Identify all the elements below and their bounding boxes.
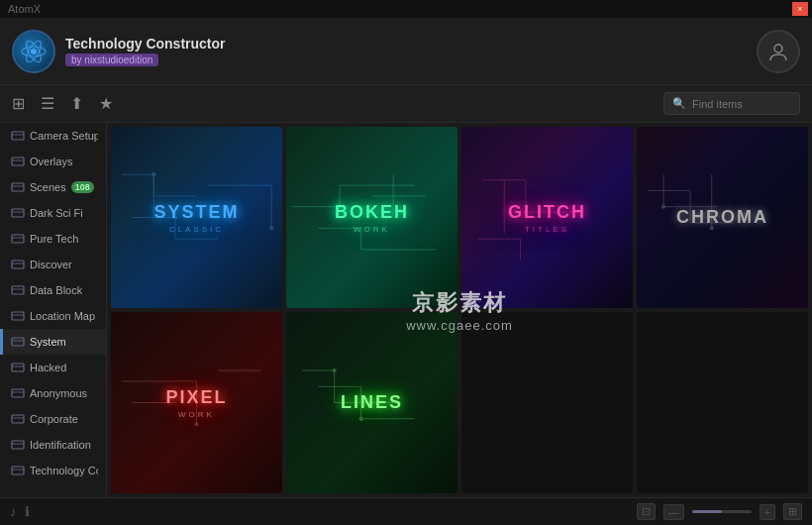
sidebar-item-overlays[interactable]: Overlays [0, 149, 106, 174]
filter-icon[interactable]: ⊞ [12, 94, 25, 113]
sidebar-icon-dark-sci-fi [11, 206, 25, 220]
sidebar-item-identification[interactable]: Identification [0, 432, 106, 458]
atom-icon [20, 38, 48, 65]
card-pixel[interactable]: PIXELWORK [111, 312, 282, 493]
info-icon[interactable]: ℹ [25, 504, 30, 519]
sidebar-label-technology-core: Technology Core [30, 465, 98, 476]
grid-icon[interactable]: ☰ [41, 94, 54, 113]
sidebar-icon-location-map [11, 309, 25, 323]
svg-point-50 [194, 422, 198, 426]
svg-point-53 [359, 417, 363, 421]
sidebar-item-system[interactable]: System [0, 329, 106, 355]
star-icon[interactable]: ★ [99, 94, 113, 113]
sidebar-label-camera-setup: Camera Setup [30, 130, 98, 142]
svg-point-38 [269, 226, 273, 230]
sidebar-label-corporate: Corporate [30, 413, 78, 425]
content-area: SYSTEMCLASSIC BOKEHWORK GLITCHTITLES CHR… [107, 123, 812, 497]
grid-toggle-button[interactable]: ⊞ [783, 503, 802, 520]
sidebar-label-anonymous: Anonymous [30, 387, 87, 399]
sidebar-icon-anonymous [11, 386, 25, 400]
sidebar-item-corporate[interactable]: Corporate [0, 406, 106, 432]
circuit-overlay [286, 312, 457, 493]
close-button[interactable]: × [792, 2, 808, 16]
svg-point-46 [710, 226, 714, 230]
circuit-overlay [111, 312, 282, 493]
statusbar: ♪ ℹ ⊡ — + ⊞ [0, 497, 812, 525]
sidebar-label-identification: Identification [30, 439, 91, 451]
sidebar-label-system: System [30, 336, 66, 348]
sidebar-icon-scenes [11, 180, 25, 194]
circuit-overlay [286, 127, 457, 308]
sidebar-icon-camera-setup [11, 129, 25, 143]
app-info: Technology Constructor by nixstudioediti… [65, 36, 757, 66]
sidebar-label-pure-tech: Pure Tech [30, 233, 78, 245]
app-title: Technology Constructor [65, 36, 757, 52]
search-box: 🔍 [663, 92, 800, 115]
svg-rect-15 [12, 261, 24, 268]
svg-rect-13 [12, 235, 24, 243]
sidebar-item-location-map[interactable]: Location Map [0, 303, 106, 329]
svg-rect-9 [12, 183, 24, 191]
scenes-row: Scenes108 [30, 181, 94, 193]
svg-rect-31 [12, 467, 24, 474]
account-button[interactable] [757, 30, 800, 73]
search-input[interactable] [692, 98, 791, 110]
zoom-slider[interactable] [692, 510, 752, 513]
sidebar: Camera SetupOverlaysScenes108Dark Sci Fi… [0, 123, 107, 497]
svg-rect-29 [12, 441, 24, 449]
svg-rect-7 [12, 158, 24, 165]
toolbar: ⊞ ☰ ⬆ ★ 🔍 [0, 85, 812, 123]
svg-rect-19 [12, 312, 24, 320]
svg-rect-21 [12, 338, 24, 346]
svg-point-0 [31, 49, 37, 54]
sidebar-label-hacked: Hacked [30, 362, 66, 373]
sidebar-item-pure-tech[interactable]: Pure Tech [0, 226, 106, 252]
sidebar-icon-pure-tech [11, 232, 25, 246]
sidebar-icon-corporate [11, 412, 25, 426]
circuit-overlay [111, 127, 282, 308]
card-empty-0 [461, 312, 633, 493]
sidebar-icon-discover [11, 258, 25, 271]
card-glitch[interactable]: GLITCHTITLES [461, 127, 633, 308]
sidebar-item-camera-setup[interactable]: Camera Setup [0, 123, 106, 149]
app-subtitle: by nixstudioedition [65, 53, 158, 66]
card-lines[interactable]: LINES [286, 312, 457, 493]
card-bokeh[interactable]: BOKEHWORK [286, 127, 457, 308]
svg-rect-25 [12, 389, 24, 397]
svg-rect-17 [12, 286, 24, 294]
sidebar-icon-hacked [11, 361, 25, 374]
scenes-badge: 108 [71, 181, 94, 193]
svg-rect-11 [12, 209, 24, 217]
card-chroma[interactable]: CHROMA [637, 127, 808, 308]
zoom-out-button[interactable]: — [663, 504, 684, 520]
sidebar-label-overlays: Overlays [30, 156, 72, 167]
svg-point-52 [332, 368, 336, 372]
card-grid: SYSTEMCLASSIC BOKEHWORK GLITCHTITLES CHR… [107, 123, 812, 497]
sidebar-icon-technology-core [11, 464, 25, 477]
sidebar-label-location-map: Location Map [30, 310, 95, 322]
svg-point-44 [661, 205, 665, 209]
main-content: Camera SetupOverlaysScenes108Dark Sci Fi… [0, 123, 812, 497]
sidebar-item-scenes[interactable]: Scenes108 [0, 174, 106, 200]
sidebar-item-dark-sci-fi[interactable]: Dark Sci Fi [0, 200, 106, 226]
sidebar-item-hacked[interactable]: Hacked [0, 355, 106, 380]
sidebar-label-data-block: Data Block [30, 284, 82, 296]
svg-point-34 [152, 172, 155, 176]
app-logo [12, 30, 55, 73]
sidebar-label-scenes: Scenes108 [30, 181, 94, 193]
sidebar-icon-identification [11, 438, 25, 452]
sidebar-item-technology-core[interactable]: Technology Core [0, 458, 106, 483]
svg-rect-27 [12, 415, 24, 423]
zoom-in-button[interactable]: + [760, 504, 775, 520]
account-icon [767, 41, 789, 62]
fit-button[interactable]: ⊡ [637, 503, 656, 520]
sidebar-item-discover[interactable]: Discover [0, 252, 106, 277]
card-system[interactable]: SYSTEMCLASSIC [111, 127, 282, 308]
export-icon[interactable]: ⬆ [70, 94, 83, 113]
sidebar-item-anonymous[interactable]: Anonymous [0, 380, 106, 406]
svg-point-39 [338, 205, 342, 209]
music-icon[interactable]: ♪ [10, 504, 17, 519]
svg-point-4 [774, 45, 782, 52]
sidebar-item-data-block[interactable]: Data Block [0, 277, 106, 303]
card-empty-1 [637, 312, 808, 493]
